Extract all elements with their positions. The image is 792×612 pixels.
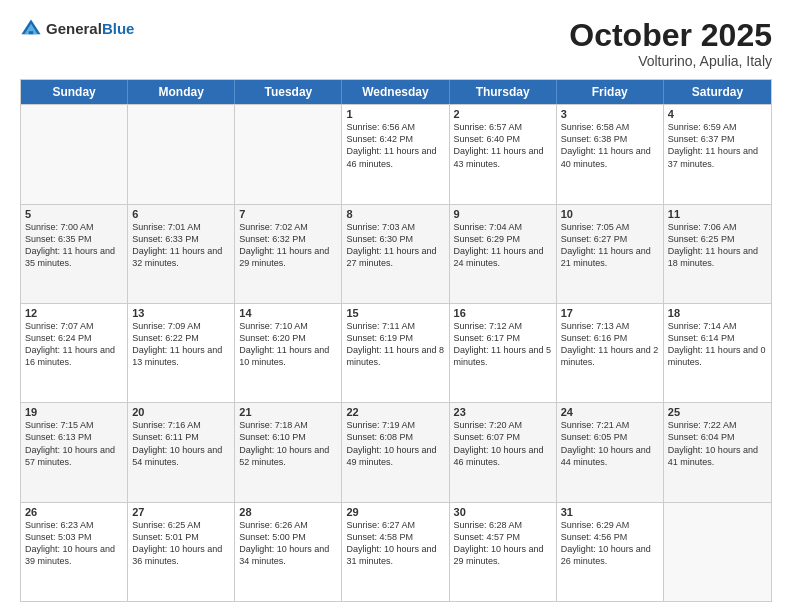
day-info: Sunrise: 6:57 AM Sunset: 6:40 PM Dayligh… (454, 121, 552, 170)
day-info: Sunrise: 7:21 AM Sunset: 6:05 PM Dayligh… (561, 419, 659, 468)
calendar-cell: 22Sunrise: 7:19 AM Sunset: 6:08 PM Dayli… (342, 403, 449, 501)
svg-rect-2 (29, 31, 33, 34)
calendar-row-3: 19Sunrise: 7:15 AM Sunset: 6:13 PM Dayli… (21, 402, 771, 501)
day-info: Sunrise: 6:23 AM Sunset: 5:03 PM Dayligh… (25, 519, 123, 568)
logo: GeneralBlue (20, 18, 134, 40)
calendar-cell: 24Sunrise: 7:21 AM Sunset: 6:05 PM Dayli… (557, 403, 664, 501)
day-number: 4 (668, 108, 767, 120)
day-number: 18 (668, 307, 767, 319)
day-number: 10 (561, 208, 659, 220)
day-info: Sunrise: 7:00 AM Sunset: 6:35 PM Dayligh… (25, 221, 123, 270)
day-number: 26 (25, 506, 123, 518)
day-info: Sunrise: 7:01 AM Sunset: 6:33 PM Dayligh… (132, 221, 230, 270)
day-info: Sunrise: 6:58 AM Sunset: 6:38 PM Dayligh… (561, 121, 659, 170)
day-info: Sunrise: 7:15 AM Sunset: 6:13 PM Dayligh… (25, 419, 123, 468)
day-number: 29 (346, 506, 444, 518)
calendar-cell: 4Sunrise: 6:59 AM Sunset: 6:37 PM Daylig… (664, 105, 771, 203)
day-number: 5 (25, 208, 123, 220)
day-info: Sunrise: 6:27 AM Sunset: 4:58 PM Dayligh… (346, 519, 444, 568)
day-number: 13 (132, 307, 230, 319)
calendar-cell (664, 503, 771, 601)
header-day-monday: Monday (128, 80, 235, 104)
calendar-row-0: 1Sunrise: 6:56 AM Sunset: 6:42 PM Daylig… (21, 104, 771, 203)
calendar-cell (21, 105, 128, 203)
day-number: 21 (239, 406, 337, 418)
calendar-cell: 23Sunrise: 7:20 AM Sunset: 6:07 PM Dayli… (450, 403, 557, 501)
calendar-body: 1Sunrise: 6:56 AM Sunset: 6:42 PM Daylig… (21, 104, 771, 601)
day-info: Sunrise: 7:07 AM Sunset: 6:24 PM Dayligh… (25, 320, 123, 369)
calendar-cell: 8Sunrise: 7:03 AM Sunset: 6:30 PM Daylig… (342, 205, 449, 303)
day-info: Sunrise: 7:06 AM Sunset: 6:25 PM Dayligh… (668, 221, 767, 270)
day-number: 19 (25, 406, 123, 418)
day-info: Sunrise: 7:12 AM Sunset: 6:17 PM Dayligh… (454, 320, 552, 369)
calendar-cell: 7Sunrise: 7:02 AM Sunset: 6:32 PM Daylig… (235, 205, 342, 303)
day-number: 6 (132, 208, 230, 220)
calendar-cell: 5Sunrise: 7:00 AM Sunset: 6:35 PM Daylig… (21, 205, 128, 303)
header-day-friday: Friday (557, 80, 664, 104)
logo-general: General (46, 20, 102, 37)
day-number: 17 (561, 307, 659, 319)
day-number: 22 (346, 406, 444, 418)
calendar-cell: 10Sunrise: 7:05 AM Sunset: 6:27 PM Dayli… (557, 205, 664, 303)
day-info: Sunrise: 6:26 AM Sunset: 5:00 PM Dayligh… (239, 519, 337, 568)
day-number: 24 (561, 406, 659, 418)
calendar-cell: 6Sunrise: 7:01 AM Sunset: 6:33 PM Daylig… (128, 205, 235, 303)
day-number: 28 (239, 506, 337, 518)
day-number: 14 (239, 307, 337, 319)
calendar-cell: 14Sunrise: 7:10 AM Sunset: 6:20 PM Dayli… (235, 304, 342, 402)
day-info: Sunrise: 7:03 AM Sunset: 6:30 PM Dayligh… (346, 221, 444, 270)
calendar-cell: 12Sunrise: 7:07 AM Sunset: 6:24 PM Dayli… (21, 304, 128, 402)
day-number: 12 (25, 307, 123, 319)
logo-blue: Blue (102, 20, 135, 37)
day-info: Sunrise: 7:10 AM Sunset: 6:20 PM Dayligh… (239, 320, 337, 369)
calendar-cell: 13Sunrise: 7:09 AM Sunset: 6:22 PM Dayli… (128, 304, 235, 402)
day-number: 8 (346, 208, 444, 220)
calendar-cell: 30Sunrise: 6:28 AM Sunset: 4:57 PM Dayli… (450, 503, 557, 601)
calendar-cell: 9Sunrise: 7:04 AM Sunset: 6:29 PM Daylig… (450, 205, 557, 303)
title-month: October 2025 (569, 18, 772, 53)
calendar-cell (235, 105, 342, 203)
calendar-cell: 27Sunrise: 6:25 AM Sunset: 5:01 PM Dayli… (128, 503, 235, 601)
day-number: 11 (668, 208, 767, 220)
calendar-cell: 19Sunrise: 7:15 AM Sunset: 6:13 PM Dayli… (21, 403, 128, 501)
day-number: 3 (561, 108, 659, 120)
day-info: Sunrise: 7:20 AM Sunset: 6:07 PM Dayligh… (454, 419, 552, 468)
day-info: Sunrise: 6:25 AM Sunset: 5:01 PM Dayligh… (132, 519, 230, 568)
title-location: Volturino, Apulia, Italy (569, 53, 772, 69)
day-info: Sunrise: 7:18 AM Sunset: 6:10 PM Dayligh… (239, 419, 337, 468)
calendar-cell: 20Sunrise: 7:16 AM Sunset: 6:11 PM Dayli… (128, 403, 235, 501)
logo-icon (20, 18, 42, 40)
day-info: Sunrise: 7:16 AM Sunset: 6:11 PM Dayligh… (132, 419, 230, 468)
calendar-cell: 2Sunrise: 6:57 AM Sunset: 6:40 PM Daylig… (450, 105, 557, 203)
page: GeneralBlue October 2025 Volturino, Apul… (0, 0, 792, 612)
day-info: Sunrise: 7:13 AM Sunset: 6:16 PM Dayligh… (561, 320, 659, 369)
day-info: Sunrise: 7:05 AM Sunset: 6:27 PM Dayligh… (561, 221, 659, 270)
calendar-cell: 17Sunrise: 7:13 AM Sunset: 6:16 PM Dayli… (557, 304, 664, 402)
day-number: 27 (132, 506, 230, 518)
header-day-tuesday: Tuesday (235, 80, 342, 104)
day-number: 30 (454, 506, 552, 518)
title-block: October 2025 Volturino, Apulia, Italy (569, 18, 772, 69)
day-info: Sunrise: 6:56 AM Sunset: 6:42 PM Dayligh… (346, 121, 444, 170)
day-number: 20 (132, 406, 230, 418)
calendar-cell: 15Sunrise: 7:11 AM Sunset: 6:19 PM Dayli… (342, 304, 449, 402)
day-info: Sunrise: 7:19 AM Sunset: 6:08 PM Dayligh… (346, 419, 444, 468)
header-day-saturday: Saturday (664, 80, 771, 104)
calendar-cell: 26Sunrise: 6:23 AM Sunset: 5:03 PM Dayli… (21, 503, 128, 601)
day-number: 23 (454, 406, 552, 418)
day-info: Sunrise: 7:09 AM Sunset: 6:22 PM Dayligh… (132, 320, 230, 369)
day-info: Sunrise: 6:29 AM Sunset: 4:56 PM Dayligh… (561, 519, 659, 568)
calendar-cell: 18Sunrise: 7:14 AM Sunset: 6:14 PM Dayli… (664, 304, 771, 402)
calendar-cell: 31Sunrise: 6:29 AM Sunset: 4:56 PM Dayli… (557, 503, 664, 601)
day-number: 7 (239, 208, 337, 220)
calendar-cell (128, 105, 235, 203)
calendar-cell: 3Sunrise: 6:58 AM Sunset: 6:38 PM Daylig… (557, 105, 664, 203)
day-info: Sunrise: 7:11 AM Sunset: 6:19 PM Dayligh… (346, 320, 444, 369)
day-number: 1 (346, 108, 444, 120)
day-number: 16 (454, 307, 552, 319)
calendar-cell: 16Sunrise: 7:12 AM Sunset: 6:17 PM Dayli… (450, 304, 557, 402)
calendar-cell: 28Sunrise: 6:26 AM Sunset: 5:00 PM Dayli… (235, 503, 342, 601)
day-number: 9 (454, 208, 552, 220)
day-info: Sunrise: 6:28 AM Sunset: 4:57 PM Dayligh… (454, 519, 552, 568)
calendar-cell: 1Sunrise: 6:56 AM Sunset: 6:42 PM Daylig… (342, 105, 449, 203)
